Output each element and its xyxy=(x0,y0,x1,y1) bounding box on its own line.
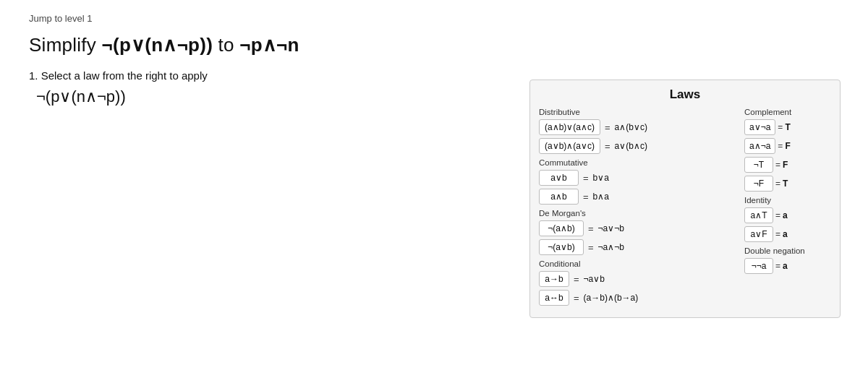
complement-btn-1[interactable]: a∨¬a xyxy=(744,119,775,135)
conditional-row-1: a→b = ¬a∨b xyxy=(539,271,737,287)
identity-label: Identity xyxy=(744,196,831,205)
distributive-row-2: (a∨b)∧(a∨c) = a∨(b∧c) xyxy=(539,138,737,154)
commutative-row-2: a∧b = b∧a xyxy=(539,189,737,205)
demorgan-row-1: ¬(a∧b) = ¬a∨¬b xyxy=(539,220,737,236)
complement-btn-4[interactable]: ¬F xyxy=(744,176,773,192)
title-to: ¬p∧¬n xyxy=(239,34,299,56)
conditional-val-1: ¬a∨b xyxy=(584,274,605,284)
conditional-val-2: (a→b)∧(b→a) xyxy=(584,293,639,303)
distributive-label: Distributive xyxy=(539,108,737,116)
title-prefix: Simplify xyxy=(29,34,102,56)
complement-val-3: F xyxy=(783,160,788,170)
complement-val-2: F xyxy=(785,141,790,151)
complement-eq-2: = xyxy=(778,141,783,151)
complement-row-1: a∨¬a = T xyxy=(744,119,831,135)
title-middle: to xyxy=(213,34,239,56)
complement-row-3: ¬T = F xyxy=(744,157,831,173)
conditional-row-2: a↔b = (a→b)∧(b→a) xyxy=(539,290,737,306)
identity-btn-1[interactable]: a∧T xyxy=(744,207,773,223)
complement-btn-3[interactable]: ¬T xyxy=(744,157,773,173)
demorgan-btn-1[interactable]: ¬(a∧b) xyxy=(539,220,584,236)
demorgan-val-2: ¬a∧¬b xyxy=(598,242,624,252)
complement-val-4: T xyxy=(783,179,788,189)
commutative-val-2: b∧a xyxy=(593,192,609,202)
distributive-btn-2[interactable]: (a∨b)∧(a∨c) xyxy=(539,138,600,154)
double-negation-label: Double negation xyxy=(744,246,831,255)
demorgan-eq-1: = xyxy=(587,223,595,234)
demorgan-val-1: ¬a∨¬b xyxy=(598,223,624,233)
identity-eq-1: = xyxy=(775,210,780,220)
complement-eq-4: = xyxy=(775,179,780,189)
identity-btn-2[interactable]: a∨F xyxy=(744,226,773,242)
conditional-btn-2[interactable]: a↔b xyxy=(539,290,569,306)
complement-label: Complement xyxy=(744,108,831,116)
commutative-btn-1[interactable]: a∨b xyxy=(539,170,579,186)
distributive-val-2: a∨(b∧c) xyxy=(615,141,647,151)
complement-row-4: ¬F = T xyxy=(744,176,831,192)
distributive-val-1: a∧(b∨c) xyxy=(615,122,647,132)
double-negation-btn-1[interactable]: ¬¬a xyxy=(744,258,773,274)
main-title: Simplify ¬(p∨(n∧¬p)) to ¬p∧¬n xyxy=(29,34,839,56)
distributive-eq-2: = xyxy=(603,141,612,152)
identity-row-2: a∨F = a xyxy=(744,226,831,242)
complement-btn-2[interactable]: a∧¬a xyxy=(744,138,775,154)
demorgan-btn-2[interactable]: ¬(a∨b) xyxy=(539,239,584,255)
commutative-row-1: a∨b = b∨a xyxy=(539,170,737,186)
demorgan-eq-2: = xyxy=(587,242,595,253)
conditional-label: Conditional xyxy=(539,259,737,268)
breadcrumb[interactable]: Jump to level 1 xyxy=(29,13,839,24)
complement-row-2: a∧¬a = F xyxy=(744,138,831,154)
double-negation-eq-1: = xyxy=(775,261,780,271)
page-container: Jump to level 1 Simplify ¬(p∨(n∧¬p)) to … xyxy=(0,0,868,391)
laws-title: Laws xyxy=(539,87,831,102)
commutative-eq-1: = xyxy=(582,173,590,184)
identity-val-2: a xyxy=(783,229,788,239)
complement-val-1: T xyxy=(785,122,790,132)
commutative-label: Commutative xyxy=(539,158,737,167)
demorgan-label: De Morgan's xyxy=(539,209,737,218)
complement-eq-1: = xyxy=(778,122,783,132)
conditional-btn-1[interactable]: a→b xyxy=(539,271,569,287)
conditional-eq-2: = xyxy=(572,293,581,304)
commutative-eq-2: = xyxy=(582,192,590,202)
double-negation-val-1: a xyxy=(783,261,788,271)
conditional-eq-1: = xyxy=(572,274,581,285)
double-negation-row-1: ¬¬a = a xyxy=(744,258,831,274)
identity-val-1: a xyxy=(783,210,788,220)
distributive-btn-1[interactable]: (a∧b)∨(a∧c) xyxy=(539,119,600,135)
distributive-row-1: (a∧b)∨(a∧c) = a∧(b∨c) xyxy=(539,119,737,135)
title-from: ¬(p∨(n∧¬p)) xyxy=(102,34,213,56)
identity-eq-2: = xyxy=(775,229,780,239)
commutative-val-1: b∨a xyxy=(593,173,609,183)
laws-panel: Laws Distributive (a∧b)∨(a∧c) = a∧(b∨c) … xyxy=(529,80,841,318)
commutative-btn-2[interactable]: a∧b xyxy=(539,189,579,205)
complement-eq-3: = xyxy=(775,160,780,170)
distributive-eq-1: = xyxy=(603,122,612,133)
identity-row-1: a∧T = a xyxy=(744,207,831,223)
demorgan-row-2: ¬(a∨b) = ¬a∧¬b xyxy=(539,239,737,255)
